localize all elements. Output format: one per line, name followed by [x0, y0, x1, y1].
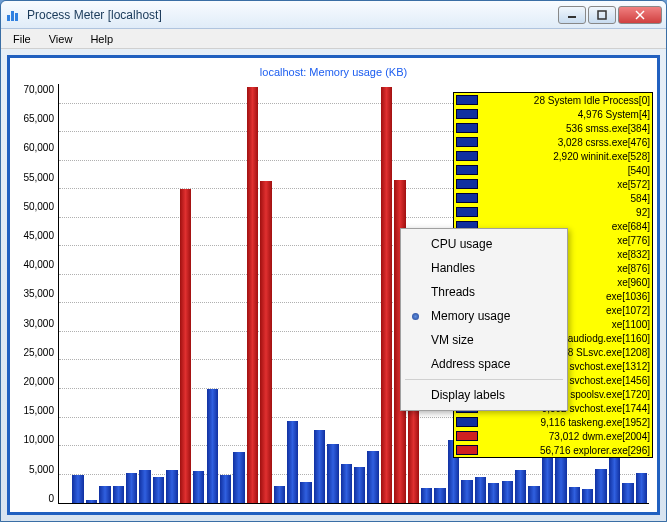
bar[interactable] [381, 87, 392, 503]
y-tick-label: 50,000 [23, 201, 54, 212]
legend-row[interactable]: 92] [454, 205, 652, 219]
bar[interactable] [582, 489, 593, 503]
titlebar[interactable]: Process Meter [localhost] [1, 1, 666, 29]
y-tick-label: 10,000 [23, 434, 54, 445]
legend-label: xe[572] [482, 179, 650, 190]
chart-title: localhost: Memory usage (KB) [18, 66, 649, 78]
legend-swatch [456, 123, 478, 133]
menu-file[interactable]: File [5, 31, 39, 47]
legend-swatch [456, 445, 478, 455]
bar[interactable] [341, 464, 352, 503]
legend-swatch [456, 137, 478, 147]
bar[interactable] [354, 467, 365, 503]
legend-row[interactable]: xe[572] [454, 177, 652, 191]
ctx-threads[interactable]: Threads [403, 280, 565, 304]
legend-row[interactable]: [540] [454, 163, 652, 177]
bar[interactable] [247, 87, 258, 503]
bar[interactable] [300, 482, 311, 503]
legend-row[interactable]: 73,012 dwm.exe[2004] [454, 429, 652, 443]
legend-label: 536 smss.exe[384] [482, 123, 650, 134]
y-tick-label: 20,000 [23, 376, 54, 387]
y-axis: 70,00065,00060,00055,00050,00045,00040,0… [18, 84, 58, 504]
bar[interactable] [72, 475, 83, 503]
y-tick-label: 40,000 [23, 259, 54, 270]
legend-row[interactable]: 3,028 csrss.exe[476] [454, 135, 652, 149]
bar[interactable] [126, 473, 137, 503]
context-menu: CPU usage Handles Threads Memory usage V… [400, 228, 568, 411]
bar[interactable] [609, 457, 620, 503]
bar[interactable] [153, 477, 164, 503]
bar[interactable] [569, 487, 580, 503]
chart-frame: localhost: Memory usage (KB) 70,00065,00… [7, 55, 660, 515]
bar[interactable] [233, 452, 244, 503]
y-tick-label: 30,000 [23, 318, 54, 329]
y-tick-label: 45,000 [23, 230, 54, 241]
bar[interactable] [488, 483, 499, 503]
legend-label: 56,716 explorer.exe[296] [482, 445, 650, 456]
bar[interactable] [180, 189, 191, 503]
y-tick-label: 55,000 [23, 172, 54, 183]
window-title: Process Meter [localhost] [27, 8, 558, 22]
legend-label: 28 System Idle Process[0] [482, 95, 650, 106]
ctx-handles[interactable]: Handles [403, 256, 565, 280]
legend-label: 73,012 dwm.exe[2004] [482, 431, 650, 442]
ctx-address-space[interactable]: Address space [403, 352, 565, 376]
svg-rect-1 [11, 11, 14, 21]
svg-rect-4 [598, 11, 606, 19]
legend-label: 4,976 System[4] [482, 109, 650, 120]
y-tick-label: 25,000 [23, 347, 54, 358]
bar[interactable] [193, 471, 204, 503]
y-tick-label: 15,000 [23, 405, 54, 416]
bar[interactable] [528, 486, 539, 503]
ctx-vm-size[interactable]: VM size [403, 328, 565, 352]
bar[interactable] [327, 444, 338, 503]
client-area: localhost: Memory usage (KB) 70,00065,00… [1, 49, 666, 521]
y-tick-label: 35,000 [23, 288, 54, 299]
bar[interactable] [367, 451, 378, 503]
bar[interactable] [421, 488, 432, 503]
ctx-cpu-usage[interactable]: CPU usage [403, 232, 565, 256]
legend-row[interactable]: 9,116 taskeng.exe[1952] [454, 415, 652, 429]
legend-swatch [456, 431, 478, 441]
bar[interactable] [86, 500, 97, 503]
legend-row[interactable]: 536 smss.exe[384] [454, 121, 652, 135]
bar[interactable] [515, 470, 526, 503]
y-tick-label: 65,000 [23, 113, 54, 124]
legend-row[interactable]: 584] [454, 191, 652, 205]
svg-rect-2 [15, 13, 18, 21]
app-window: Process Meter [localhost] File View Help… [0, 0, 667, 522]
legend-label: 584] [482, 193, 650, 204]
close-button[interactable] [618, 6, 662, 24]
ctx-display-labels[interactable]: Display labels [403, 383, 565, 407]
maximize-button[interactable] [588, 6, 616, 24]
minimize-button[interactable] [558, 6, 586, 24]
bar[interactable] [595, 469, 606, 503]
bar[interactable] [166, 470, 177, 503]
bar[interactable] [99, 486, 110, 503]
menu-separator [405, 379, 563, 380]
bar[interactable] [461, 480, 472, 503]
ctx-memory-usage[interactable]: Memory usage [403, 304, 565, 328]
bar[interactable] [274, 486, 285, 503]
bar[interactable] [314, 430, 325, 503]
bar[interactable] [475, 477, 486, 503]
bar[interactable] [207, 389, 218, 503]
menu-view[interactable]: View [41, 31, 81, 47]
bar[interactable] [287, 421, 298, 503]
legend-row[interactable]: 2,920 wininit.exe[528] [454, 149, 652, 163]
bar[interactable] [260, 181, 271, 503]
bar[interactable] [113, 486, 124, 503]
legend-row[interactable]: 28 System Idle Process[0] [454, 93, 652, 107]
menu-help[interactable]: Help [82, 31, 121, 47]
legend-row[interactable]: 4,976 System[4] [454, 107, 652, 121]
bar[interactable] [434, 488, 445, 503]
y-tick-label: 60,000 [23, 142, 54, 153]
bar[interactable] [502, 481, 513, 503]
bar[interactable] [636, 473, 647, 503]
bar[interactable] [622, 483, 633, 503]
legend-swatch [456, 95, 478, 105]
bar[interactable] [220, 475, 231, 504]
legend-row[interactable]: 56,716 explorer.exe[296] [454, 443, 652, 457]
legend-swatch [456, 417, 478, 427]
bar[interactable] [139, 470, 150, 503]
